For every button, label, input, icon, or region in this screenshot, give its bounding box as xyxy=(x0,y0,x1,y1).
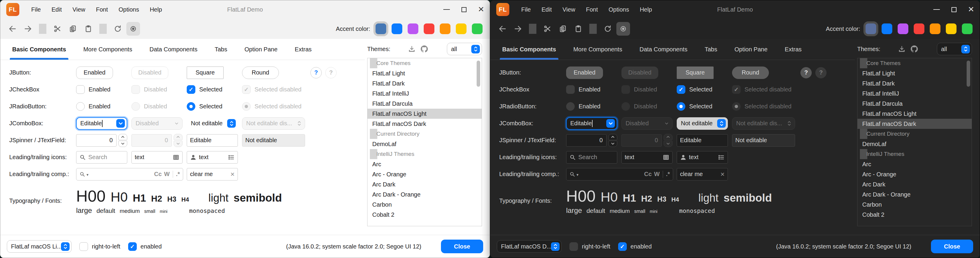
search-field[interactable]: Search xyxy=(566,151,617,164)
theme-item-carbon[interactable]: Carbon xyxy=(368,199,482,210)
chevron-up-down-icon[interactable] xyxy=(471,45,480,54)
tab-basic-components[interactable]: Basic Components xyxy=(12,39,66,60)
whole-words-button[interactable]: W xyxy=(654,171,660,177)
theme-item-arc-orange[interactable]: Arc - Orange xyxy=(368,169,482,179)
clear-icon[interactable] xyxy=(721,170,725,179)
clearable-field[interactable]: clear me xyxy=(187,168,238,180)
tab-extras[interactable]: Extras xyxy=(295,39,312,60)
calendar-icon[interactable] xyxy=(663,154,669,161)
enabled-button[interactable]: Enabled xyxy=(566,66,603,79)
checkbox-enabled[interactable] xyxy=(566,85,575,94)
chevron-down-icon[interactable] xyxy=(116,119,125,128)
menu-edit[interactable]: Edit xyxy=(46,4,67,16)
spinner[interactable]: 0 xyxy=(566,134,617,147)
theme-item-flatlaf-light[interactable]: FlatLaf Light xyxy=(368,68,482,78)
show-hidden-toggle[interactable] xyxy=(616,22,630,36)
theme-item-flatlaf-intellij[interactable]: FlatLaf IntelliJ xyxy=(858,89,972,98)
not-editable-combobox[interactable]: Not editable xyxy=(187,117,238,130)
menu-help[interactable]: Help xyxy=(145,4,167,16)
themes-filter-combobox[interactable]: all xyxy=(447,43,482,55)
chevron-up-down-icon[interactable] xyxy=(717,119,726,128)
match-case-button[interactable]: Cc xyxy=(644,171,652,177)
spinner-up-button[interactable] xyxy=(608,134,617,140)
github-icon[interactable] xyxy=(420,45,428,53)
close-button[interactable]: Close xyxy=(441,240,483,253)
theme-item-flatlaf-darcula[interactable]: FlatLaf Darcula xyxy=(368,98,482,109)
scrollbar-thumb[interactable] xyxy=(967,60,970,87)
checkbox-selected[interactable] xyxy=(677,85,685,94)
search-field[interactable]: Search xyxy=(76,151,127,164)
menu-edit[interactable]: Edit xyxy=(536,4,557,16)
menu-view[interactable]: View xyxy=(557,4,581,16)
chevron-up-down-icon[interactable] xyxy=(551,242,560,251)
maximize-button[interactable] xyxy=(945,0,963,19)
tab-option-pane[interactable]: Option Pane xyxy=(244,39,277,60)
menu-help[interactable]: Help xyxy=(635,4,657,16)
theme-item-arc-dark-orange[interactable]: Arc Dark - Orange xyxy=(858,190,972,199)
theme-item-flatlaf-macos-dark[interactable]: FlatLaf macOS Dark xyxy=(368,119,482,129)
radio-enabled[interactable] xyxy=(566,102,575,111)
menu-font[interactable]: Font xyxy=(581,4,603,16)
radio-selected[interactable] xyxy=(677,102,685,111)
refresh-button[interactable] xyxy=(601,22,614,36)
theme-item-demolaf[interactable]: DemoLaf xyxy=(858,139,972,149)
whole-words-button[interactable]: W xyxy=(164,171,170,177)
menu-file[interactable]: File xyxy=(26,4,46,16)
tab-tabs[interactable]: Tabs xyxy=(215,39,227,60)
theme-item-flatlaf-dark[interactable]: FlatLaf Dark xyxy=(858,78,972,89)
theme-item-flatlaf-dark[interactable]: FlatLaf Dark xyxy=(368,78,482,89)
calendar-icon[interactable] xyxy=(173,154,179,161)
minimize-button[interactable] xyxy=(438,0,455,19)
editable-textfield[interactable]: Editable xyxy=(677,134,728,147)
enabled-button[interactable]: Enabled xyxy=(76,66,113,79)
square-button[interactable]: Square xyxy=(677,66,714,79)
paste-button[interactable] xyxy=(81,22,95,36)
accent-swatch-2[interactable] xyxy=(881,24,892,34)
checkbox-enabled[interactable] xyxy=(76,85,85,94)
scrollbar-thumb[interactable] xyxy=(477,60,480,87)
copy-button[interactable] xyxy=(66,22,80,36)
theme-item-arc-dark[interactable]: Arc Dark xyxy=(858,179,972,190)
menu-options[interactable]: Options xyxy=(603,4,635,16)
back-button[interactable] xyxy=(6,22,19,36)
menu-file[interactable]: File xyxy=(516,4,536,16)
spinner-down-button[interactable] xyxy=(118,141,127,147)
forward-button[interactable] xyxy=(511,22,525,36)
tab-tabs[interactable]: Tabs xyxy=(705,39,717,60)
search-options-dropdown-icon[interactable] xyxy=(86,171,89,177)
editable-combobox[interactable]: Editable xyxy=(566,117,617,130)
right-to-left-checkbox[interactable] xyxy=(570,242,578,251)
minimize-button[interactable] xyxy=(928,0,945,19)
accent-swatch-7[interactable] xyxy=(962,24,972,34)
theme-item-flatlaf-macos-dark[interactable]: FlatLaf macOS Dark xyxy=(858,119,972,129)
tab-more-components[interactable]: More Components xyxy=(573,39,622,60)
spinner[interactable]: 0 xyxy=(76,134,127,147)
enabled-checkbox[interactable] xyxy=(618,242,627,251)
chevron-up-down-icon[interactable] xyxy=(961,45,970,54)
help-button[interactable]: ? xyxy=(800,67,812,78)
accent-swatch-4[interactable] xyxy=(424,24,434,34)
close-window-button[interactable] xyxy=(963,0,980,19)
right-to-left-checkbox[interactable] xyxy=(80,242,88,251)
accent-swatch-3[interactable] xyxy=(408,24,418,34)
download-icon[interactable] xyxy=(898,46,905,52)
tab-data-components[interactable]: Data Components xyxy=(150,39,197,60)
tab-option-pane[interactable]: Option Pane xyxy=(734,39,767,60)
clear-icon[interactable] xyxy=(231,170,235,179)
accent-swatch-2[interactable] xyxy=(391,24,402,34)
user-field[interactable]: text xyxy=(187,151,238,164)
close-window-button[interactable] xyxy=(473,0,490,19)
close-button[interactable]: Close xyxy=(931,240,973,253)
list-icon[interactable] xyxy=(718,154,725,161)
theme-item-flatlaf-light[interactable]: FlatLaf Light xyxy=(858,68,972,78)
help-button[interactable]: ? xyxy=(310,67,322,78)
accent-swatch-1[interactable] xyxy=(375,24,386,34)
search-options-dropdown-icon[interactable] xyxy=(576,171,579,177)
laf-combobox[interactable]: FlatLaf macOS Li... xyxy=(7,240,72,253)
menu-font[interactable]: Font xyxy=(91,4,113,16)
refresh-button[interactable] xyxy=(111,22,124,36)
cut-button[interactable] xyxy=(541,22,554,36)
theme-item-flatlaf-macos-light[interactable]: FlatLaf macOS Light xyxy=(368,109,482,119)
tab-extras[interactable]: Extras xyxy=(785,39,802,60)
menu-options[interactable]: Options xyxy=(113,4,145,16)
